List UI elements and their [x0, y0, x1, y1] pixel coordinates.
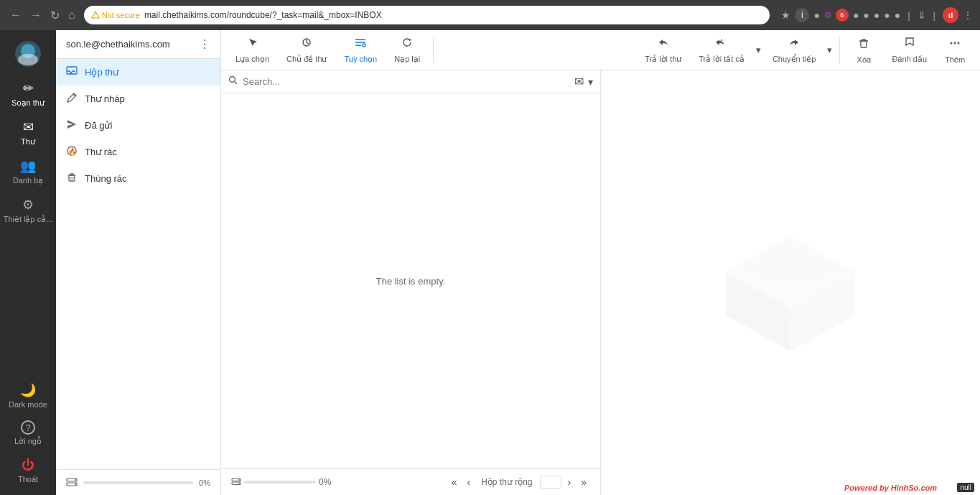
browser-action-4[interactable]: ⊙	[824, 10, 831, 20]
last-page-button[interactable]: »	[577, 475, 590, 489]
storage-percent: 0%	[199, 478, 210, 487]
browser-action-1[interactable]: ★	[781, 9, 790, 21]
sidebar-item-help[interactable]: ? Lời ngỗ	[0, 415, 56, 452]
folder-sent-label: Đã gửi	[85, 120, 112, 131]
drafts-icon	[66, 92, 78, 106]
folder-sent[interactable]: Đã gửi	[56, 112, 220, 139]
mail-empty-message: The list is empty.	[376, 276, 446, 287]
trash-icon	[66, 172, 78, 185]
folder-trash-label: Thùng rác	[85, 173, 127, 184]
logo-svg	[14, 40, 42, 68]
browser-ext-5[interactable]: ●	[895, 9, 900, 21]
folder-spam-label: Thư rác	[85, 147, 117, 157]
toolbar-select-button[interactable]: Lựa chọn	[228, 33, 276, 67]
toolbar-reply-button[interactable]: Trả lời thư	[638, 33, 689, 67]
toolbar-select-label: Lựa chọn	[235, 55, 269, 64]
reply-all-dropdown-arrow[interactable]: ▾	[755, 42, 762, 58]
nav-bottom: 🌙 Dark mode ? Lời ngỗ ⏻ Thoát	[0, 376, 56, 489]
refresh-icon	[401, 36, 414, 52]
sidebar-item-logout-label: Thoát	[18, 475, 38, 484]
inbox-empty-label: Hộp thư rộng	[481, 477, 532, 487]
toolbar-forward-button[interactable]: Chuyển tiếp	[765, 33, 823, 67]
browser-actions: ★ i ● ⊙ 6 ● ● ● ● ● | ⇓ | d ⋮	[781, 7, 973, 23]
main-area: Lựa chọn Chủ đề thư Tuỳ chọn Nạp lại	[221, 30, 980, 495]
inbox-icon	[66, 65, 78, 79]
sidebar-item-compose[interactable]: ✏ Soạn thư	[0, 75, 56, 114]
more-icon[interactable]: ⋮	[963, 9, 973, 21]
browser-nav-buttons: ← → ↻ ⌂	[7, 7, 78, 24]
empty-envelope-illustration	[690, 193, 891, 373]
folder-menu-button[interactable]: ⋮	[199, 37, 210, 51]
browser-action-3[interactable]: ●	[813, 9, 819, 21]
folder-trash[interactable]: Thùng rác	[56, 165, 220, 192]
svg-point-18	[230, 77, 235, 83]
sidebar-item-contacts[interactable]: 👥 Danh bạ	[0, 152, 56, 191]
browser-ext-3[interactable]: ●	[874, 9, 879, 21]
toolbar-thread-button[interactable]: Chủ đề thư	[279, 33, 334, 67]
first-page-button[interactable]: «	[448, 475, 461, 489]
search-dropdown-icon[interactable]: ▾	[588, 76, 593, 88]
storage-icon	[66, 476, 78, 489]
warning-icon: !	[91, 11, 100, 19]
home-button[interactable]: ⌂	[65, 7, 78, 23]
forward-icon	[788, 36, 801, 52]
search-input[interactable]	[243, 76, 570, 87]
download-icon[interactable]: ⇓	[918, 9, 926, 21]
toolbar-right: Trả lời thư Trả lời tất cả ▾ Chuyển tiếp	[638, 33, 973, 67]
browser-ext-2[interactable]: ●	[863, 9, 869, 21]
prev-page-button[interactable]: ‹	[464, 475, 475, 489]
sidebar-item-mail[interactable]: ✉ Thư	[0, 114, 56, 152]
forward-dropdown-arrow[interactable]: ▾	[826, 42, 834, 58]
browser-ext-4[interactable]: ●	[884, 9, 890, 21]
contacts-icon: 👥	[20, 158, 36, 174]
footer-left: 0%	[231, 476, 331, 489]
watermark: Powered by HinhSo.com	[844, 484, 937, 492]
search-mail-icon[interactable]: ✉	[574, 75, 584, 88]
search-icon	[228, 75, 238, 88]
sidebar-item-compose-label: Soạn thư	[11, 98, 45, 108]
toolbar-delete-button[interactable]: Xóa	[846, 34, 882, 67]
toolbar-custom-button[interactable]: Tuỳ chọn	[337, 33, 385, 67]
select-icon	[246, 36, 259, 52]
toolbar-reply-all-button[interactable]: Trả lời tất cả	[691, 33, 752, 67]
app-logo	[10, 36, 46, 72]
profile-avatar[interactable]: d	[943, 7, 958, 23]
address-bar[interactable]: ! Not secure mail.chethaikims.com/roundc…	[84, 6, 770, 24]
reply-all-icon	[715, 36, 728, 52]
separator2: |	[933, 10, 935, 21]
folder-drafts[interactable]: Thư nháp	[56, 85, 220, 112]
svg-rect-14	[861, 41, 867, 47]
next-page-button[interactable]: ›	[564, 475, 575, 489]
thread-icon	[300, 36, 313, 52]
app-container: ✏ Soạn thư ✉ Thư 👥 Danh bạ ⚙ Thiết lập c…	[0, 30, 980, 495]
separator: |	[907, 10, 910, 21]
empty-preview	[690, 193, 891, 373]
svg-point-15	[951, 42, 953, 44]
mail-footer: 0% « ‹ Hộp thư rộng 1 › »	[221, 468, 600, 495]
sidebar-item-logout[interactable]: ⏻ Thoát	[0, 452, 56, 489]
mark-icon	[903, 36, 916, 52]
forward-button[interactable]: →	[27, 7, 45, 23]
sent-icon	[66, 119, 78, 132]
browser-action-2[interactable]: i	[795, 8, 809, 22]
toolbar-custom-label: Tuỳ chọn	[345, 55, 378, 64]
folder-footer: 0%	[56, 469, 220, 495]
sidebar-item-darkmode[interactable]: 🌙 Dark mode	[0, 376, 56, 415]
folder-inbox[interactable]: Hộp thư	[56, 59, 220, 85]
toolbar-separator-1	[433, 37, 434, 63]
toolbar-refresh-button[interactable]: Nạp lại	[387, 33, 427, 67]
svg-text:!: !	[94, 14, 95, 18]
not-secure-label: Not secure	[102, 11, 140, 19]
sidebar-item-settings[interactable]: ⚙ Thiết lập cả...	[0, 191, 56, 230]
folder-spam[interactable]: 🔥 Thư rác	[56, 139, 220, 165]
toolbar-mark-button[interactable]: Đánh dấu	[885, 33, 934, 67]
reload-button[interactable]: ↻	[47, 7, 62, 24]
svg-point-21	[238, 478, 240, 480]
mail-empty-state: The list is empty.	[221, 93, 600, 468]
browser-ext-1[interactable]: ●	[853, 9, 859, 21]
back-button[interactable]: ←	[7, 7, 24, 23]
toolbar-more-button[interactable]: Thêm	[937, 34, 973, 67]
svg-point-13	[363, 44, 365, 47]
page-input[interactable]: 1	[540, 476, 561, 489]
folder-header: son.le@chethaikims.com ⋮	[56, 30, 220, 59]
